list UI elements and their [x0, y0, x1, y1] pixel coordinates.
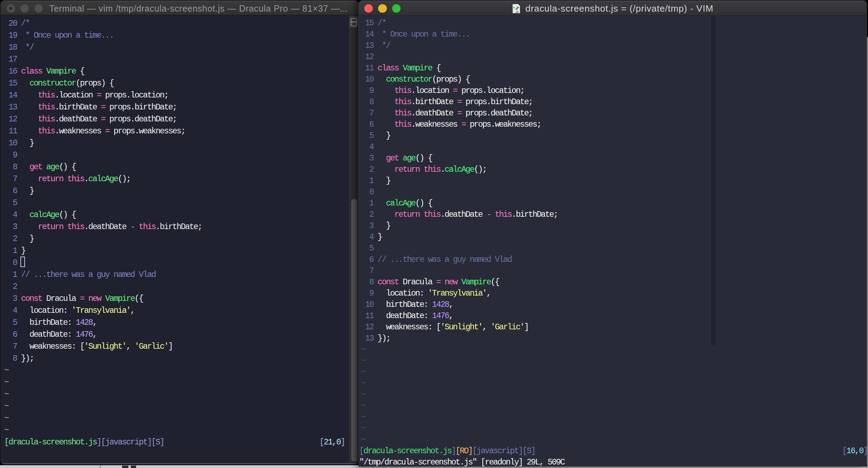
svg-text:JS: JS	[515, 10, 519, 14]
